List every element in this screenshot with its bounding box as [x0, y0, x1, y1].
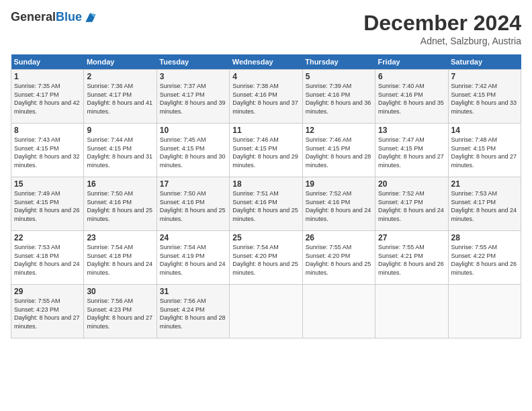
day-cell: 22 Sunrise: 7:53 AMSunset: 4:18 PMDaylig…: [11, 231, 84, 285]
day-number: 15: [14, 179, 81, 189]
day-info: Sunrise: 7:49 AMSunset: 4:15 PMDaylight:…: [14, 189, 81, 223]
day-cell: 17 Sunrise: 7:50 AMSunset: 4:16 PMDaylig…: [157, 177, 229, 231]
day-cell: 13 Sunrise: 7:47 AMSunset: 4:15 PMDaylig…: [375, 124, 448, 177]
day-number: 30: [87, 287, 153, 296]
day-info: Sunrise: 7:54 AMSunset: 4:20 PMDaylight:…: [232, 243, 299, 277]
day-cell: [302, 285, 375, 338]
day-cell: 30 Sunrise: 7:56 AMSunset: 4:23 PMDaylig…: [84, 285, 157, 338]
day-cell: 21 Sunrise: 7:53 AMSunset: 4:17 PMDaylig…: [448, 177, 521, 231]
day-number: 24: [160, 233, 226, 242]
day-number: 8: [14, 126, 81, 135]
day-number: 22: [14, 233, 81, 242]
day-number: 18: [232, 179, 299, 189]
day-number: 21: [451, 179, 518, 189]
day-number: 19: [306, 179, 372, 189]
day-cell: 24 Sunrise: 7:54 AMSunset: 4:19 PMDaylig…: [157, 231, 229, 285]
week-row-4: 22 Sunrise: 7:53 AMSunset: 4:18 PMDaylig…: [11, 231, 521, 285]
col-monday: Monday: [84, 54, 157, 70]
day-number: 12: [306, 126, 372, 135]
month-title: December 2024: [363, 11, 521, 36]
day-info: Sunrise: 7:52 AMSunset: 4:16 PMDaylight:…: [306, 189, 372, 223]
day-number: 5: [306, 72, 372, 81]
day-number: 6: [378, 72, 445, 81]
day-number: 31: [160, 287, 226, 296]
page-container: GeneralBlue December 2024 Adnet, Salzbur…: [0, 0, 532, 345]
day-info: Sunrise: 7:50 AMSunset: 4:16 PMDaylight:…: [160, 189, 226, 223]
week-row-5: 29 Sunrise: 7:55 AMSunset: 4:23 PMDaylig…: [11, 285, 521, 338]
day-cell: 2 Sunrise: 7:36 AMSunset: 4:17 PMDayligh…: [84, 70, 157, 124]
day-number: 25: [232, 233, 299, 242]
day-cell: [448, 285, 521, 338]
day-info: Sunrise: 7:36 AMSunset: 4:17 PMDaylight:…: [87, 82, 153, 116]
day-info: Sunrise: 7:46 AMSunset: 4:15 PMDaylight:…: [306, 136, 372, 169]
day-info: Sunrise: 7:50 AMSunset: 4:16 PMDaylight:…: [87, 189, 153, 223]
day-info: Sunrise: 7:53 AMSunset: 4:18 PMDaylight:…: [14, 243, 81, 277]
logo-text: GeneralBlue: [11, 11, 82, 24]
header-row: Sunday Monday Tuesday Wednesday Thursday…: [11, 54, 521, 70]
day-info: Sunrise: 7:52 AMSunset: 4:17 PMDaylight:…: [378, 189, 445, 223]
day-cell: 9 Sunrise: 7:44 AMSunset: 4:15 PMDayligh…: [84, 124, 157, 177]
location: Adnet, Salzburg, Austria: [363, 36, 521, 46]
day-info: Sunrise: 7:47 AMSunset: 4:15 PMDaylight:…: [378, 136, 445, 169]
day-number: 3: [160, 72, 226, 81]
day-number: 7: [451, 72, 518, 81]
day-number: 26: [306, 233, 372, 242]
day-cell: 31 Sunrise: 7:56 AMSunset: 4:24 PMDaylig…: [157, 285, 229, 338]
day-number: 23: [87, 233, 153, 242]
day-cell: 8 Sunrise: 7:43 AMSunset: 4:15 PMDayligh…: [11, 124, 84, 177]
day-cell: 28 Sunrise: 7:55 AMSunset: 4:22 PMDaylig…: [448, 231, 521, 285]
day-cell: [375, 285, 448, 338]
col-thursday: Thursday: [302, 54, 375, 70]
day-number: 16: [87, 179, 153, 189]
day-number: 1: [14, 72, 81, 81]
logo-icon: [83, 11, 97, 24]
day-info: Sunrise: 7:45 AMSunset: 4:15 PMDaylight:…: [160, 136, 226, 169]
day-number: 29: [14, 287, 81, 296]
day-info: Sunrise: 7:56 AMSunset: 4:24 PMDaylight:…: [160, 297, 226, 330]
day-number: 17: [160, 179, 226, 189]
day-info: Sunrise: 7:55 AMSunset: 4:20 PMDaylight:…: [306, 243, 372, 277]
day-info: Sunrise: 7:39 AMSunset: 4:16 PMDaylight:…: [306, 82, 372, 116]
day-info: Sunrise: 7:53 AMSunset: 4:17 PMDaylight:…: [451, 189, 518, 223]
day-number: 20: [378, 179, 445, 189]
day-cell: 15 Sunrise: 7:49 AMSunset: 4:15 PMDaylig…: [11, 177, 84, 231]
day-number: 11: [232, 126, 299, 135]
day-info: Sunrise: 7:55 AMSunset: 4:21 PMDaylight:…: [378, 243, 445, 277]
col-friday: Friday: [375, 54, 448, 70]
day-cell: 27 Sunrise: 7:55 AMSunset: 4:21 PMDaylig…: [375, 231, 448, 285]
day-cell: 14 Sunrise: 7:48 AMSunset: 4:15 PMDaylig…: [448, 124, 521, 177]
col-saturday: Saturday: [448, 54, 521, 70]
day-info: Sunrise: 7:48 AMSunset: 4:15 PMDaylight:…: [451, 136, 518, 169]
day-info: Sunrise: 7:37 AMSunset: 4:17 PMDaylight:…: [160, 82, 226, 116]
day-cell: [230, 285, 302, 338]
day-info: Sunrise: 7:43 AMSunset: 4:15 PMDaylight:…: [14, 136, 81, 169]
week-row-2: 8 Sunrise: 7:43 AMSunset: 4:15 PMDayligh…: [11, 124, 521, 177]
day-number: 13: [378, 126, 445, 135]
day-info: Sunrise: 7:51 AMSunset: 4:16 PMDaylight:…: [232, 189, 299, 223]
day-number: 9: [87, 126, 153, 135]
day-cell: 23 Sunrise: 7:54 AMSunset: 4:18 PMDaylig…: [84, 231, 157, 285]
day-cell: 29 Sunrise: 7:55 AMSunset: 4:23 PMDaylig…: [11, 285, 84, 338]
col-sunday: Sunday: [11, 54, 84, 70]
day-info: Sunrise: 7:38 AMSunset: 4:16 PMDaylight:…: [232, 82, 299, 116]
day-cell: 3 Sunrise: 7:37 AMSunset: 4:17 PMDayligh…: [157, 70, 229, 124]
day-info: Sunrise: 7:54 AMSunset: 4:18 PMDaylight:…: [87, 243, 153, 277]
col-wednesday: Wednesday: [230, 54, 302, 70]
day-info: Sunrise: 7:55 AMSunset: 4:23 PMDaylight:…: [14, 297, 81, 330]
week-row-1: 1 Sunrise: 7:35 AMSunset: 4:17 PMDayligh…: [11, 70, 521, 124]
day-number: 27: [378, 233, 445, 242]
header: GeneralBlue December 2024 Adnet, Salzbur…: [11, 11, 521, 46]
day-info: Sunrise: 7:42 AMSunset: 4:15 PMDaylight:…: [451, 82, 518, 116]
title-block: December 2024 Adnet, Salzburg, Austria: [363, 11, 521, 46]
day-cell: 6 Sunrise: 7:40 AMSunset: 4:16 PMDayligh…: [375, 70, 448, 124]
day-info: Sunrise: 7:40 AMSunset: 4:16 PMDaylight:…: [378, 82, 445, 116]
day-info: Sunrise: 7:54 AMSunset: 4:19 PMDaylight:…: [160, 243, 226, 277]
day-cell: 20 Sunrise: 7:52 AMSunset: 4:17 PMDaylig…: [375, 177, 448, 231]
day-number: 4: [232, 72, 299, 81]
day-info: Sunrise: 7:55 AMSunset: 4:22 PMDaylight:…: [451, 243, 518, 277]
day-info: Sunrise: 7:35 AMSunset: 4:17 PMDaylight:…: [14, 82, 81, 116]
day-number: 28: [451, 233, 518, 242]
day-cell: 10 Sunrise: 7:45 AMSunset: 4:15 PMDaylig…: [157, 124, 229, 177]
calendar-table: Sunday Monday Tuesday Wednesday Thursday…: [11, 54, 521, 338]
day-cell: 12 Sunrise: 7:46 AMSunset: 4:15 PMDaylig…: [302, 124, 375, 177]
